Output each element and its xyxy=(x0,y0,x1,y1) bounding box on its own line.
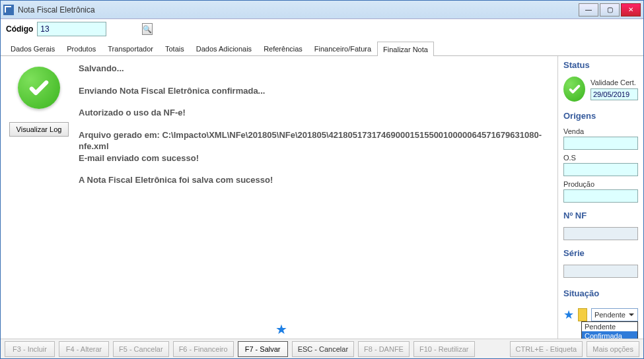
status-check-icon xyxy=(18,67,60,109)
tab-produtos[interactable]: Produtos xyxy=(61,41,102,55)
nf-field xyxy=(563,227,638,240)
cert-label: Validade Cert. xyxy=(590,79,638,86)
msg-sending: Enviando Nota Fiscal Eletrônica confirma… xyxy=(79,85,547,97)
f4-alterar-button[interactable]: F4 - Alterar xyxy=(59,341,109,357)
msg-authorized: Autorizado o uso da NF-e! xyxy=(79,107,547,119)
tab-dados-gerais[interactable]: Dados Gerais xyxy=(5,41,61,55)
situacao-combobox[interactable]: Pendente xyxy=(591,308,638,321)
maximize-button[interactable]: ▢ xyxy=(600,3,620,16)
tab-refer-ncias[interactable]: Referências xyxy=(258,41,308,55)
star-icon: ★ xyxy=(275,321,287,337)
visualizar-log-button[interactable]: Visualizar Log xyxy=(9,122,69,137)
situacao-option[interactable]: Confirmada xyxy=(582,331,637,339)
close-button[interactable]: ✕ xyxy=(621,3,641,16)
tab-totais[interactable]: Totais xyxy=(159,41,190,55)
situacao-dropdown-list[interactable]: PendenteConfirmadaCanceladaAnuladaDenega… xyxy=(581,321,638,339)
star-icon: ★ xyxy=(563,308,574,322)
codigo-input[interactable] xyxy=(38,24,142,34)
cert-date-field[interactable] xyxy=(590,88,638,100)
serie-header: Série xyxy=(563,248,638,258)
tab-transportador[interactable]: Transportador xyxy=(102,41,159,55)
f3-incluir-button[interactable]: F3 - Incluir xyxy=(5,341,55,357)
situacao-color-swatch xyxy=(578,308,587,321)
app-icon xyxy=(3,5,14,15)
codigo-lookup-button[interactable]: 🔍 xyxy=(142,23,153,35)
status-header: Status xyxy=(563,60,638,70)
window-title: Nota Fiscal Eletrônica xyxy=(18,5,579,15)
f8-danfe-button[interactable]: F8 - DANFE xyxy=(358,341,410,357)
serie-field xyxy=(563,265,638,278)
codigo-label: Código xyxy=(6,24,33,34)
tab-financeiro-fatura[interactable]: Financeiro/Fatura xyxy=(308,41,377,55)
situacao-header: Situação xyxy=(563,288,638,298)
esc-cancelar-button[interactable]: ESC - Cancelar xyxy=(292,341,354,357)
footer-toolbar: F3 - Incluir F4 - Alterar F5 - Cancelar … xyxy=(1,339,643,358)
minimize-button[interactable]: — xyxy=(579,3,598,16)
producao-input[interactable] xyxy=(564,190,643,202)
tab-bar: Dados GeraisProdutosTransportadorTotaisD… xyxy=(1,39,643,56)
ctrle-etiqueta-button[interactable]: CTRL+E - Etiqueta xyxy=(510,341,583,357)
os-label: O.S xyxy=(563,154,638,162)
os-input[interactable] xyxy=(564,164,643,176)
nf-header: Nº NF xyxy=(563,211,638,220)
titlebar: Nota Fiscal Eletrônica — ▢ ✕ xyxy=(1,1,643,19)
tab-finalizar-nota[interactable]: Finalizar Nota xyxy=(377,42,434,56)
msg-success: A Nota Fiscal Eletrônica foi salva com s… xyxy=(79,174,547,186)
origens-header: Origens xyxy=(563,111,638,121)
situacao-option[interactable]: Pendente xyxy=(582,322,637,331)
venda-input[interactable] xyxy=(564,137,643,149)
venda-label: Venda xyxy=(563,127,638,135)
tab-dados-adicionais[interactable]: Dados Adicionais xyxy=(190,41,258,55)
f5-cancelar-button[interactable]: F5 - Cancelar xyxy=(113,341,169,357)
f10-reutilizar-button[interactable]: F10 - Reutilizar xyxy=(413,341,475,357)
mais-opcoes-button[interactable]: Mais opções xyxy=(587,341,639,357)
msg-saving: Salvando... xyxy=(79,63,547,75)
message-area: Salvando... Enviando Nota Fiscal Eletrôn… xyxy=(79,63,552,339)
producao-label: Produção xyxy=(563,180,638,188)
msg-file: Arquivo gerado em: C:\Impacto\XML\NFe\20… xyxy=(79,129,547,164)
f6-financeiro-button[interactable]: F6 - Financeiro xyxy=(173,341,234,357)
cert-check-icon xyxy=(563,77,585,102)
f7-salvar-button[interactable]: F7 - Salvar xyxy=(238,341,288,357)
